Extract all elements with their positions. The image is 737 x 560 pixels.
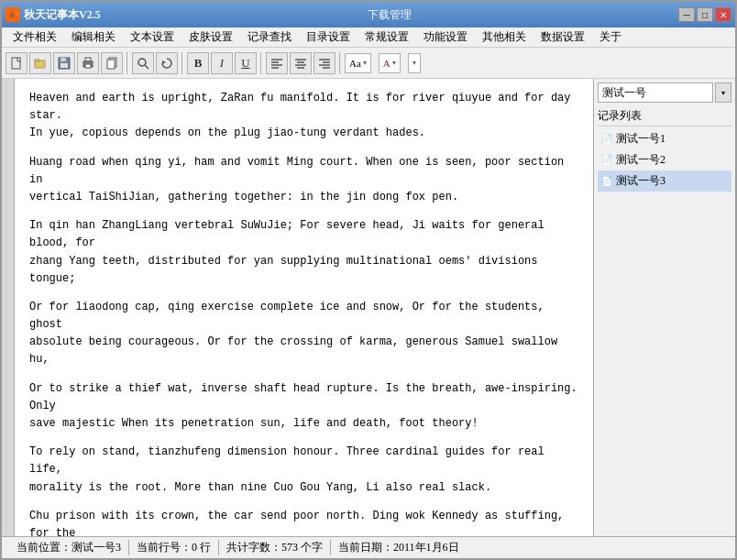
menu-general[interactable]: 常规设置	[358, 27, 416, 47]
color-combo-label: A	[383, 58, 390, 69]
note-selector-dropdown[interactable]: ▾	[715, 82, 732, 103]
list-item-3-icon: 📄	[601, 176, 612, 186]
right-panel: 测试一号 ▾ 记录列表 📄 测试一号1 📄 测试一号2 📄 测试一号3	[593, 79, 735, 536]
svg-rect-4	[60, 58, 66, 61]
svg-rect-0	[12, 58, 20, 69]
menu-skin[interactable]: 皮肤设置	[182, 27, 240, 47]
list-item-2-label: 测试一号2	[616, 152, 666, 168]
toolbar-sep-4	[339, 52, 341, 74]
refresh-button[interactable]	[156, 52, 178, 74]
list-item-2[interactable]: 📄 测试一号2	[598, 149, 732, 170]
note-selector-label: 测试一号	[602, 85, 646, 101]
toolbar-sep-5	[373, 52, 377, 74]
menu-file[interactable]: 文件相关	[6, 27, 64, 47]
window-controls: ─ □ ✕	[678, 7, 732, 22]
list-item-1-icon: 📄	[601, 134, 612, 144]
para-6: To rely on stand, tianzhufeng dimension …	[29, 444, 578, 497]
color-combo-arrow: ▾	[392, 59, 396, 67]
status-bar: 当前位置：测试一号3 当前行号：0 行 共计字数：573 个字 当前日期：201…	[2, 536, 735, 558]
para-3: In qin han ZhangLiang vertebral SuWuJie;…	[29, 217, 578, 288]
editor-content[interactable]: Heaven and earth is upright, ZaRan fu ma…	[15, 79, 593, 536]
para-4: Or for liaodong cap, qing exercise compl…	[29, 299, 578, 369]
main-window: 🍂 秋天记事本V2.5 下载管理 ─ □ ✕ 文件相关 编辑相关 文本设置 皮肤…	[0, 0, 737, 560]
svg-rect-2	[35, 60, 39, 61]
minimize-button[interactable]: ─	[678, 7, 695, 22]
font-combo-arrow: ▾	[363, 59, 367, 67]
new-button[interactable]	[6, 52, 28, 74]
menu-about[interactable]: 关于	[592, 27, 629, 47]
toolbar-sep-2	[182, 52, 183, 74]
toolbar-sep-6	[402, 52, 406, 74]
menu-text[interactable]: 文本设置	[123, 27, 182, 47]
extra-combo-arrow: ▾	[412, 59, 416, 67]
extra-combo[interactable]: ▾	[408, 53, 421, 73]
status-position: 当前位置：测试一号3	[9, 540, 129, 555]
svg-marker-13	[162, 60, 166, 64]
para-1: Heaven and earth is upright, ZaRan fu ma…	[29, 90, 578, 143]
svg-rect-8	[85, 64, 91, 68]
para-7: Chu prison with its crown, the car send …	[29, 508, 578, 536]
svg-rect-10	[107, 60, 115, 69]
list-item-1-label: 测试一号1	[616, 131, 666, 147]
font-combo-label: Aa	[349, 58, 361, 69]
status-line: 当前行号：0 行	[129, 540, 219, 555]
align-left-button[interactable]	[266, 52, 288, 74]
title-bar: 🍂 秋天记事本V2.5 下载管理 ─ □ ✕	[2, 2, 735, 27]
app-icon: 🍂	[6, 7, 20, 22]
copy-button[interactable]	[101, 52, 123, 74]
align-right-button[interactable]	[314, 52, 336, 74]
app-title: 秋天记事本V2.5	[24, 7, 101, 23]
list-item-1[interactable]: 📄 测试一号1	[598, 128, 732, 149]
para-5: Or to strike a thief wat, inverse shaft …	[29, 380, 578, 434]
search-button[interactable]	[132, 52, 154, 74]
toolbar-sep-3	[260, 52, 262, 74]
status-date: 当前日期：2011年1月6日	[331, 540, 467, 555]
color-combo[interactable]: A ▾	[379, 53, 401, 73]
save-button[interactable]	[53, 52, 75, 74]
toolbar: B I U Aa ▾ A ▾ ▾	[2, 48, 735, 79]
note-selector[interactable]: 测试一号	[598, 82, 713, 103]
list-item-2-icon: 📄	[601, 155, 612, 165]
menu-data[interactable]: 数据设置	[534, 27, 592, 47]
right-panel-header: 测试一号 ▾	[598, 82, 732, 103]
align-center-button[interactable]	[290, 52, 312, 74]
italic-button[interactable]: I	[211, 52, 233, 74]
menu-edit[interactable]: 编辑相关	[64, 27, 123, 47]
list-label: 记录列表	[598, 106, 732, 126]
menu-bar: 文件相关 编辑相关 文本设置 皮肤设置 记录查找 目录设置 常规设置 功能设置 …	[2, 27, 735, 48]
font-combo[interactable]: Aa ▾	[345, 53, 371, 73]
svg-rect-7	[85, 58, 91, 61]
menu-other[interactable]: 其他相关	[475, 27, 534, 47]
svg-point-11	[138, 59, 146, 66]
toolbar-sep-1	[126, 52, 128, 74]
editor-container[interactable]: Heaven and earth is upright, ZaRan fu ma…	[15, 79, 593, 536]
para-2: Huang road when qing yi, ham and vomit M…	[29, 154, 578, 207]
menu-func[interactable]: 功能设置	[416, 27, 475, 47]
list-item-3[interactable]: 📄 测试一号3	[598, 170, 732, 192]
svg-line-12	[145, 65, 148, 69]
status-count: 共计字数：573 个字	[219, 540, 331, 555]
left-ruler	[2, 79, 15, 536]
underline-button[interactable]: U	[235, 52, 257, 74]
list-item-3-label: 测试一号3	[616, 173, 666, 189]
title-center-text: 下载管理	[101, 7, 678, 23]
print-button[interactable]	[77, 52, 99, 74]
restore-button[interactable]: □	[697, 7, 713, 22]
main-area: Heaven and earth is upright, ZaRan fu ma…	[2, 79, 735, 536]
menu-search[interactable]: 记录查找	[240, 27, 299, 47]
bold-button[interactable]: B	[187, 52, 209, 74]
menu-dir[interactable]: 目录设置	[299, 27, 358, 47]
svg-rect-5	[60, 63, 68, 68]
close-button[interactable]: ✕	[715, 7, 732, 22]
open-button[interactable]	[29, 52, 51, 74]
